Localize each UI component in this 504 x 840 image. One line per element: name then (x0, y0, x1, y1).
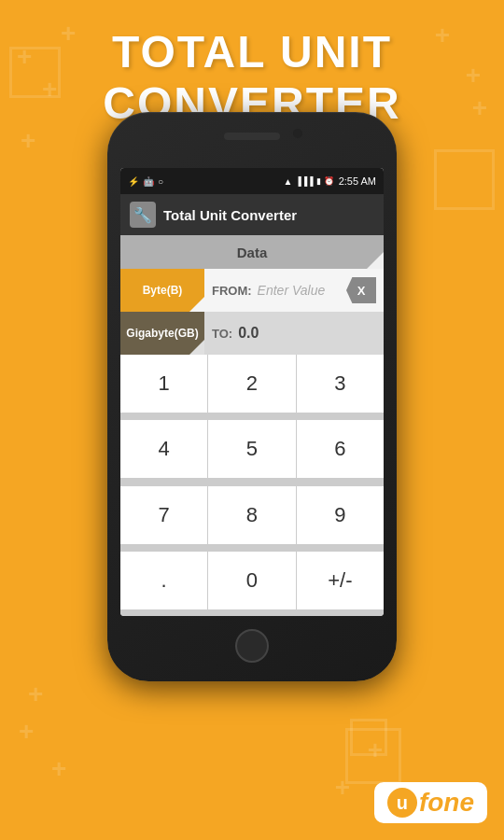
status-icons-left: ⚡ 🤖 ○ (128, 176, 163, 187)
category-label: Data (237, 245, 268, 260)
to-label: TO: (212, 327, 232, 341)
key-3[interactable]: 3 (297, 355, 384, 413)
numpad-area: 123456789.0+/- (120, 355, 384, 616)
key-2[interactable]: 2 (208, 355, 295, 413)
decor-square (345, 728, 401, 784)
app-icon: 🔧 (130, 202, 156, 228)
usb-icon: ⚡ (128, 176, 139, 187)
key-5[interactable]: 5 (208, 420, 295, 478)
key-9[interactable]: 9 (297, 486, 384, 544)
decor-plus: + (28, 679, 43, 709)
alarm-icon: ⏰ (324, 176, 334, 186)
key-plus-minus[interactable]: +/- (297, 552, 384, 609)
status-icons-right: ▲ ▐▐▐ ▮ ⏰ 2:55 AM (284, 175, 376, 187)
android-icon: 🤖 (143, 176, 154, 187)
phone-shell: ⚡ 🤖 ○ ▲ ▐▐▐ ▮ ⏰ 2:55 AM 🔧 (107, 112, 397, 681)
wifi-icon: ▲ (284, 176, 293, 187)
to-value: 0.0 (238, 325, 259, 342)
decor-plus: + (21, 126, 35, 156)
from-input-placeholder[interactable]: Enter Value (258, 283, 341, 298)
from-unit-selector[interactable]: Byte(B) (120, 269, 204, 312)
status-bar: ⚡ 🤖 ○ ▲ ▐▐▐ ▮ ⏰ 2:55 AM (120, 168, 384, 194)
key-7[interactable]: 7 (120, 486, 207, 544)
key-8[interactable]: 8 (208, 486, 295, 544)
decor-plus: + (368, 735, 383, 765)
ufone-logo: u fone (374, 782, 487, 823)
circle-icon: ○ (158, 176, 163, 187)
decor-square (434, 149, 495, 210)
decor-plus: + (19, 717, 34, 747)
key-decimal[interactable]: . (120, 552, 207, 609)
phone-home-button[interactable] (235, 629, 269, 663)
category-arrow (367, 252, 384, 269)
key-1[interactable]: 1 (120, 355, 207, 413)
action-bar: 🔧 Total Unit Converter (120, 194, 384, 235)
numpad: 123456789.0+/- (120, 355, 384, 616)
from-label: FROM: (212, 284, 252, 298)
key-0[interactable]: 0 (208, 552, 295, 609)
signal-icon: ▐▐▐ (296, 176, 314, 186)
screen-content: ⚡ 🤖 ○ ▲ ▐▐▐ ▮ ⏰ 2:55 AM 🔧 (120, 168, 384, 616)
ufone-u-letter: u (387, 788, 417, 818)
action-bar-title: Total Unit Converter (163, 207, 297, 223)
ufone-text: fone (419, 788, 474, 818)
decor-square (350, 719, 387, 756)
clear-button[interactable]: X (346, 277, 376, 303)
decor-plus: + (51, 754, 66, 784)
from-unit-label: Byte(B) (143, 284, 183, 297)
key-6[interactable]: 6 (297, 420, 384, 478)
category-bar[interactable]: Data (120, 235, 384, 269)
decor-plus: + (335, 773, 350, 803)
key-4[interactable]: 4 (120, 420, 207, 478)
phone-camera (293, 129, 302, 138)
battery-icon: ▮ (316, 176, 321, 186)
to-row: Gigabyte(GB) TO: 0.0 (120, 312, 384, 355)
from-field: FROM: Enter Value X (204, 269, 384, 312)
to-unit-label: Gigabyte(GB) (126, 327, 198, 340)
phone-speaker (224, 133, 280, 140)
time-display: 2:55 AM (339, 175, 376, 187)
to-field: TO: 0.0 (204, 312, 384, 355)
phone-mockup: ⚡ 🤖 ○ ▲ ▐▐▐ ▮ ⏰ 2:55 AM 🔧 (107, 112, 397, 681)
from-row: Byte(B) FROM: Enter Value X (120, 269, 384, 312)
phone-screen: ⚡ 🤖 ○ ▲ ▐▐▐ ▮ ⏰ 2:55 AM 🔧 (120, 168, 384, 616)
to-unit-selector[interactable]: Gigabyte(GB) (120, 312, 204, 355)
